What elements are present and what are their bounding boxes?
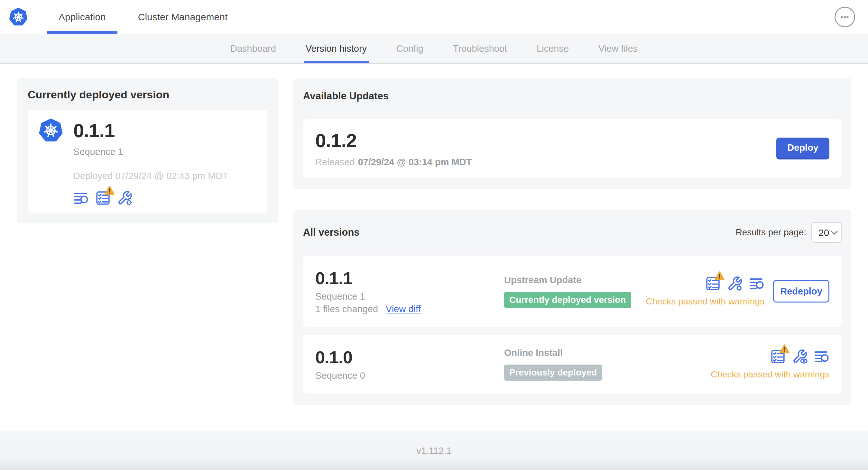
files-changed-label: 1 files changed [315,304,378,314]
edit-config-button[interactable] [727,276,743,291]
section-tabs: Dashboard Version history Config Trouble… [0,34,868,64]
tab-license[interactable]: License [522,34,584,63]
footer: v1.112.1 [0,431,868,470]
version-row-0-1-1: 0.1.1 Sequence 1 1 files changed View di… [303,256,842,327]
status-badge: Previously deployed [504,365,602,381]
warning-triangle-icon [779,344,790,354]
release-notes-button[interactable] [814,349,829,364]
main-content: Currently deployed version 0.1.1 Sequenc… [0,64,868,431]
results-per-page-select[interactable]: 20 [811,222,842,243]
row-sequence: Sequence 0 [315,370,504,381]
view-diff-link[interactable]: View diff [386,304,421,314]
view-config-button[interactable] [792,349,808,364]
update-version-number: 0.1.2 [315,130,472,152]
tab-view-files[interactable]: View files [584,34,652,63]
redeploy-button[interactable]: Redeploy [773,280,829,303]
release-notes-icon [749,276,765,291]
all-versions-section: All versions Results per page: 20 [293,210,851,405]
tab-application[interactable]: Application [47,0,117,34]
warning-triangle-icon [104,185,115,196]
release-notes-button[interactable] [749,276,765,291]
row-sequence: Sequence 1 [315,291,504,302]
deployed-version-tile: 0.1.1 Sequence 1 Deployed 07/29/24 @ 02:… [28,110,267,213]
tab-cluster-management[interactable]: Cluster Management [126,0,239,34]
right-column: Available Updates 0.1.2 Released07/29/24… [293,78,851,431]
available-updates-title: Available Updates [303,90,842,102]
tab-application-label: Application [59,11,106,23]
currently-deployed-title: Currently deployed version [28,89,267,101]
config-wrench-eye-icon [792,349,808,364]
released-date: 07/29/24 @ 03:14 pm MDT [358,157,472,167]
warning-triangle-icon [714,271,725,281]
row-version-number: 0.1.0 [315,347,504,367]
kubernetes-app-icon [38,118,64,143]
checks-status-text: Checks passed with warnings [711,369,829,380]
version-source-label: Online Install [504,347,711,358]
tab-version-history[interactable]: Version history [291,34,381,63]
app-tabs: Application Cluster Management [47,0,248,34]
tab-dashboard[interactable]: Dashboard [216,34,291,63]
tab-troubleshoot[interactable]: Troubleshoot [438,34,522,63]
preflight-checks-button[interactable] [770,349,786,364]
checks-status-text: Checks passed with warnings [646,296,765,307]
row-version-number: 0.1.1 [315,268,504,288]
deployed-sequence: Sequence 1 [73,146,257,157]
tab-cluster-management-label: Cluster Management [138,11,227,23]
status-badge: Currently deployed version [504,292,631,308]
tab-config[interactable]: Config [381,34,438,63]
preflight-checks-button[interactable] [705,276,721,291]
update-card: 0.1.2 Released07/29/24 @ 03:14 pm MDT De… [303,119,842,178]
config-wrench-gear-icon [727,276,743,291]
top-navbar: Application Cluster Management [0,0,868,34]
release-notes-icon [814,349,829,364]
config-wrench-gear-icon [117,190,132,206]
admin-console: Application Cluster Management Dashboard… [0,0,868,470]
all-versions-title: All versions [303,227,360,238]
deployed-version-number: 0.1.1 [73,120,115,142]
released-label: Released [315,157,355,167]
ellipsis-icon [838,11,851,24]
release-notes-icon [73,190,89,206]
more-menu-button[interactable] [835,7,855,27]
preflight-checks-button[interactable] [95,190,111,206]
version-source-label: Upstream Update [504,275,646,286]
deployed-timestamp: Deployed 07/29/24 @ 02:43 pm MDT [73,171,257,181]
version-row-0-1-0: 0.1.0 Sequence 0 Online Install Previous… [303,335,842,394]
currently-deployed-card: Currently deployed version 0.1.1 Sequenc… [17,78,278,224]
results-per-page-label: Results per page: [736,227,806,238]
edit-config-button[interactable] [117,190,132,206]
available-updates-section: Available Updates 0.1.2 Released07/29/24… [293,78,851,189]
release-notes-button[interactable] [73,190,89,206]
app-build-version: v1.112.1 [416,445,452,456]
deploy-button[interactable]: Deploy [776,138,829,160]
kubernetes-logo [8,7,28,27]
